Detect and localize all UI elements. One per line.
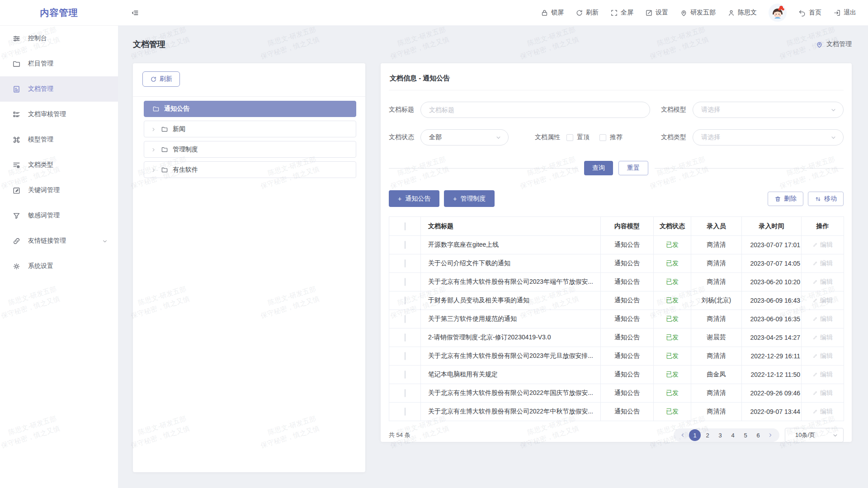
row-checkbox[interactable]: [405, 333, 406, 342]
header-action-lock[interactable]: 锁屏: [541, 9, 564, 17]
page-button-3[interactable]: 3: [714, 429, 726, 441]
edit-link[interactable]: 编辑: [812, 371, 833, 379]
row-checkbox[interactable]: [405, 371, 406, 379]
doc-status-cell: 已发: [654, 384, 691, 403]
header-action-label: 退出: [844, 9, 856, 17]
header-action-location[interactable]: 研发五部: [680, 9, 716, 17]
next-page-button[interactable]: [765, 429, 776, 441]
sidebar-item-文档审核管理[interactable]: 文档审核管理: [0, 102, 118, 127]
doc-type-filter-label: 文档类型: [661, 133, 693, 141]
filter-row-2: 文档状态 全部 文档属性 置顶 推荐 文档类型 请选择: [389, 129, 844, 145]
edit-link[interactable]: 编辑: [812, 315, 833, 323]
doc-title-filter-input[interactable]: [420, 102, 650, 118]
sidebar-item-系统设置[interactable]: 系统设置: [0, 253, 118, 279]
page-size-select[interactable]: 10条/页: [785, 428, 844, 442]
tree-node-selected[interactable]: 通知公告: [144, 101, 356, 117]
edit-link[interactable]: 编辑: [812, 333, 833, 342]
tree-node-有生软件[interactable]: 有生软件: [144, 161, 356, 178]
row-checkbox-cell: [389, 310, 421, 328]
tree-node-管理制度[interactable]: 管理制度: [144, 141, 356, 158]
row-checkbox[interactable]: [405, 278, 406, 286]
row-checkbox-cell: [389, 291, 421, 310]
sidebar-item-文档管理[interactable]: 文档管理: [0, 76, 118, 102]
row-checkbox[interactable]: [405, 352, 406, 360]
reset-button[interactable]: 重置: [618, 161, 648, 175]
edit-label: 编辑: [820, 333, 833, 342]
chevron-left-icon: [679, 432, 686, 438]
doc-type-icon: [12, 161, 21, 169]
header-action-edit-square[interactable]: 设置: [645, 9, 668, 17]
edit-link[interactable]: 编辑: [812, 352, 833, 360]
select-all-checkbox[interactable]: [405, 222, 406, 230]
row-checkbox[interactable]: [405, 408, 406, 416]
user-avatar[interactable]: [769, 4, 787, 22]
prev-page-button[interactable]: [677, 429, 688, 441]
sidebar-item-控制台[interactable]: 控制台: [0, 26, 118, 51]
doc-status-cell: 已发: [654, 291, 691, 310]
search-button[interactable]: 查询: [584, 161, 613, 175]
doc-operator-cell: 商清清: [691, 403, 742, 421]
edit-link[interactable]: 编辑: [812, 241, 833, 249]
edit-label: 编辑: [820, 296, 833, 305]
folder-icon: [152, 105, 160, 113]
doc-status-cell: 已发: [654, 403, 691, 421]
table-row: 开源数字底座在gitee上线通知公告已发商清清2023-07-07 17:01编…: [389, 236, 844, 254]
chevron-right-icon-wrap[interactable]: [151, 166, 156, 174]
add-rule-button[interactable]: + 管理制度: [444, 190, 495, 207]
sidebar-item-敏感词管理[interactable]: 敏感词管理: [0, 203, 118, 228]
page-button-4[interactable]: 4: [727, 429, 739, 441]
sidebar-item-label: 系统设置: [28, 262, 53, 270]
move-button[interactable]: 移动: [808, 192, 844, 206]
sidebar-item-栏目管理[interactable]: 栏目管理: [0, 51, 118, 76]
chevron-down-icon: [832, 432, 839, 439]
header-action-undo[interactable]: 首页: [798, 9, 821, 17]
page-button-5[interactable]: 5: [740, 429, 751, 441]
doc-model-cell: 通知公告: [601, 291, 654, 310]
edit-link[interactable]: 编辑: [812, 389, 833, 397]
doc-status-cell: 已发: [654, 366, 691, 384]
row-checkbox[interactable]: [405, 315, 406, 323]
header-action-user[interactable]: 陈思文: [727, 9, 757, 17]
row-checkbox[interactable]: [405, 389, 406, 397]
add-notice-button[interactable]: + 通知公告: [389, 190, 439, 207]
page-button-2[interactable]: 2: [702, 429, 713, 441]
edit-link[interactable]: 编辑: [812, 278, 833, 286]
edit-icon: [812, 334, 818, 340]
sidebar-collapse-button[interactable]: [131, 9, 139, 17]
sidebar-item-关键词管理[interactable]: 关键词管理: [0, 178, 118, 203]
tree-node-新闻[interactable]: 新闻: [144, 121, 356, 137]
edit-label: 编辑: [820, 371, 833, 379]
doc-model-select[interactable]: 请选择: [693, 102, 844, 118]
page-button-1[interactable]: 1: [689, 429, 701, 441]
header-action-refresh[interactable]: 刷新: [576, 9, 599, 17]
edit-label: 编辑: [820, 278, 833, 286]
folder-icon: [161, 126, 168, 133]
row-checkbox[interactable]: [405, 296, 406, 305]
pagination: 123456: [674, 428, 779, 442]
fullscreen-icon: [610, 9, 618, 17]
doc-model-cell: 通知公告: [601, 403, 654, 421]
doc-time-cell: 2023-07-07 14:05: [742, 254, 802, 273]
attr-top-checkbox[interactable]: 置顶: [566, 133, 590, 141]
sidebar-item-模型管理[interactable]: 模型管理: [0, 127, 118, 152]
chevron-right-icon-wrap[interactable]: [151, 146, 156, 153]
header-action-logout[interactable]: 退出: [833, 9, 856, 17]
chevron-right-icon-wrap[interactable]: [151, 126, 156, 133]
edit-icon: [812, 371, 818, 377]
edit-link[interactable]: 编辑: [812, 259, 833, 267]
page-button-6[interactable]: 6: [752, 429, 764, 441]
edit-link[interactable]: 编辑: [812, 296, 833, 305]
row-checkbox[interactable]: [405, 259, 406, 267]
tree-refresh-button[interactable]: 刷新: [142, 71, 180, 87]
sidebar-item-文档类型[interactable]: 文档类型: [0, 152, 118, 178]
header-action-fullscreen[interactable]: 全屏: [610, 9, 633, 17]
attr-recommend-checkbox[interactable]: 推荐: [599, 133, 623, 141]
doc-type-select[interactable]: 请选择: [693, 129, 844, 145]
edit-link[interactable]: 编辑: [812, 408, 833, 416]
delete-button[interactable]: 删除: [768, 192, 803, 206]
doc-model-cell: 通知公告: [601, 384, 654, 403]
row-checkbox[interactable]: [405, 241, 406, 249]
sidebar-item-友情链接管理[interactable]: 友情链接管理: [0, 228, 118, 253]
header-action-label: 首页: [809, 9, 821, 17]
doc-status-select[interactable]: 全部: [420, 129, 509, 145]
